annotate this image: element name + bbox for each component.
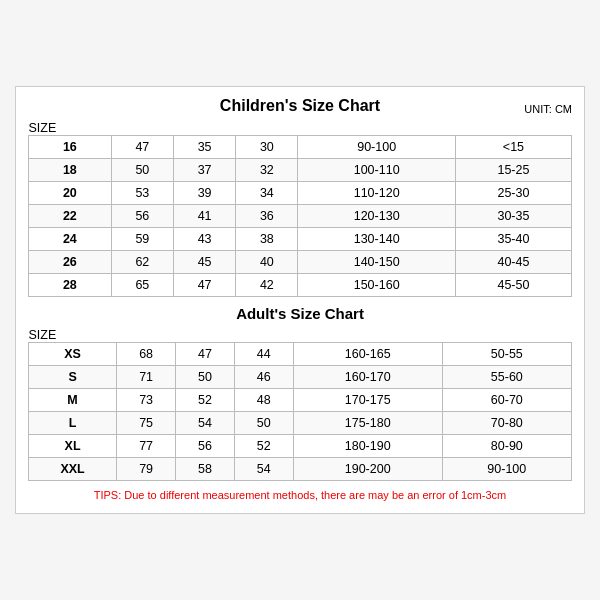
data-cell: 75 <box>117 412 176 435</box>
data-cell: 15-25 <box>455 159 571 182</box>
data-cell: 35-40 <box>455 228 571 251</box>
size-cell: 18 <box>29 159 112 182</box>
children-size-table: SIZE 1647353090-100<1518503732100-11015-… <box>28 121 572 297</box>
unit-label: UNIT: CM <box>524 103 572 115</box>
data-cell: 59 <box>111 228 173 251</box>
data-cell: 54 <box>176 412 235 435</box>
size-cell: XXL <box>29 458 117 481</box>
size-cell: L <box>29 412 117 435</box>
table-row: S715046160-17055-60 <box>29 366 572 389</box>
data-cell: 30 <box>236 136 298 159</box>
data-cell: 80-90 <box>442 435 571 458</box>
data-cell: 35 <box>173 136 235 159</box>
data-cell: 68 <box>117 343 176 366</box>
children-header-row: SIZE <box>29 121 572 136</box>
data-cell: 36 <box>236 205 298 228</box>
data-cell: 54 <box>234 458 293 481</box>
data-cell: 175-180 <box>293 412 442 435</box>
data-cell: 50 <box>176 366 235 389</box>
data-cell: 30-35 <box>455 205 571 228</box>
data-cell: 39 <box>173 182 235 205</box>
table-row: XL775652180-19080-90 <box>29 435 572 458</box>
table-row: XS684744160-16550-55 <box>29 343 572 366</box>
data-cell: 46 <box>234 366 293 389</box>
size-cell: 22 <box>29 205 112 228</box>
data-cell: 120-130 <box>298 205 455 228</box>
data-cell: 170-175 <box>293 389 442 412</box>
data-cell: 90-100 <box>298 136 455 159</box>
data-cell: 60-70 <box>442 389 571 412</box>
size-cell: 20 <box>29 182 112 205</box>
children-title-row: Children's Size Chart UNIT: CM <box>28 97 572 115</box>
size-cell: 28 <box>29 274 112 297</box>
size-cell: XL <box>29 435 117 458</box>
data-cell: 53 <box>111 182 173 205</box>
data-cell: 62 <box>111 251 173 274</box>
table-row: 18503732100-11015-25 <box>29 159 572 182</box>
data-cell: 160-165 <box>293 343 442 366</box>
data-cell: 45 <box>173 251 235 274</box>
data-cell: 34 <box>236 182 298 205</box>
adult-header-row: SIZE <box>29 328 572 343</box>
table-row: XXL795854190-20090-100 <box>29 458 572 481</box>
data-cell: 190-200 <box>293 458 442 481</box>
data-cell: 58 <box>176 458 235 481</box>
data-cell: 45-50 <box>455 274 571 297</box>
table-row: 24594338130-14035-40 <box>29 228 572 251</box>
children-chart-title: Children's Size Chart <box>220 97 380 115</box>
size-cell: 26 <box>29 251 112 274</box>
tips-text: TIPS: Due to different measurement metho… <box>28 489 572 501</box>
table-row: 26624540140-15040-45 <box>29 251 572 274</box>
data-cell: 52 <box>234 435 293 458</box>
data-cell: 25-30 <box>455 182 571 205</box>
data-cell: 70-80 <box>442 412 571 435</box>
data-cell: 100-110 <box>298 159 455 182</box>
data-cell: 47 <box>176 343 235 366</box>
data-cell: 38 <box>236 228 298 251</box>
data-cell: 48 <box>234 389 293 412</box>
data-cell: 140-150 <box>298 251 455 274</box>
data-cell: 56 <box>176 435 235 458</box>
data-cell: 73 <box>117 389 176 412</box>
data-cell: 32 <box>236 159 298 182</box>
size-cell: 16 <box>29 136 112 159</box>
data-cell: 41 <box>173 205 235 228</box>
data-cell: 77 <box>117 435 176 458</box>
data-cell: 52 <box>176 389 235 412</box>
data-cell: <15 <box>455 136 571 159</box>
adult-size-table: SIZE XS684744160-16550-55S715046160-1705… <box>28 328 572 481</box>
data-cell: 65 <box>111 274 173 297</box>
data-cell: 71 <box>117 366 176 389</box>
data-cell: 44 <box>234 343 293 366</box>
size-cell: M <box>29 389 117 412</box>
data-cell: 42 <box>236 274 298 297</box>
size-cell: 24 <box>29 228 112 251</box>
table-row: L755450175-18070-80 <box>29 412 572 435</box>
data-cell: 47 <box>173 274 235 297</box>
data-cell: 110-120 <box>298 182 455 205</box>
table-row: 28654742150-16045-50 <box>29 274 572 297</box>
table-row: 22564136120-13030-35 <box>29 205 572 228</box>
data-cell: 55-60 <box>442 366 571 389</box>
data-cell: 130-140 <box>298 228 455 251</box>
data-cell: 79 <box>117 458 176 481</box>
data-cell: 40 <box>236 251 298 274</box>
data-cell: 180-190 <box>293 435 442 458</box>
data-cell: 50 <box>234 412 293 435</box>
data-cell: 40-45 <box>455 251 571 274</box>
data-cell: 90-100 <box>442 458 571 481</box>
adult-chart-title: Adult's Size Chart <box>28 297 572 328</box>
size-cell: S <box>29 366 117 389</box>
data-cell: 150-160 <box>298 274 455 297</box>
size-chart-container: Children's Size Chart UNIT: CM SIZE 1647… <box>15 86 585 514</box>
data-cell: 56 <box>111 205 173 228</box>
data-cell: 50 <box>111 159 173 182</box>
data-cell: 47 <box>111 136 173 159</box>
table-row: 20533934110-12025-30 <box>29 182 572 205</box>
size-cell: XS <box>29 343 117 366</box>
data-cell: 37 <box>173 159 235 182</box>
table-row: 1647353090-100<15 <box>29 136 572 159</box>
data-cell: 50-55 <box>442 343 571 366</box>
table-row: M735248170-17560-70 <box>29 389 572 412</box>
data-cell: 43 <box>173 228 235 251</box>
